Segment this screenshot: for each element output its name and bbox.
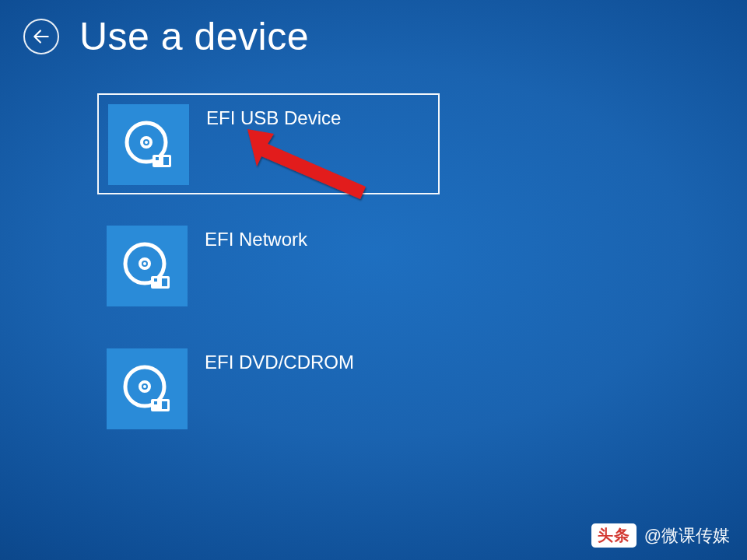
svg-point-9: [143, 262, 146, 265]
back-arrow-icon: [31, 26, 51, 47]
header: Use a device: [23, 14, 309, 59]
svg-rect-17: [154, 401, 157, 404]
back-button[interactable]: [23, 19, 59, 54]
svg-rect-18: [162, 401, 167, 409]
svg-rect-5: [156, 157, 159, 160]
svg-rect-11: [154, 278, 157, 282]
svg-point-3: [145, 141, 148, 144]
device-options-list: EFI USB Device EFI Network: [97, 93, 440, 440]
device-option-efi-usb[interactable]: EFI USB Device: [97, 93, 440, 194]
device-option-label: EFI USB Device: [206, 107, 341, 129]
device-option-label: EFI Network: [205, 229, 307, 250]
watermark-badge: 头条: [591, 523, 637, 548]
watermark: 头条 @微课传媒: [591, 523, 730, 548]
svg-rect-6: [163, 157, 169, 165]
disc-device-icon: [120, 362, 174, 416]
device-tile: [107, 226, 188, 306]
svg-point-15: [143, 385, 146, 388]
device-option-efi-network[interactable]: EFI Network: [97, 216, 440, 317]
device-tile: [107, 348, 188, 429]
device-option-efi-dvd[interactable]: EFI DVD/CDROM: [97, 339, 440, 440]
svg-rect-12: [162, 278, 167, 286]
device-option-label: EFI DVD/CDROM: [205, 352, 354, 373]
disc-device-icon: [121, 117, 176, 172]
watermark-text: @微课传媒: [644, 524, 730, 548]
device-tile: [108, 104, 189, 185]
disc-device-icon: [120, 239, 174, 293]
page-title: Use a device: [79, 14, 309, 59]
